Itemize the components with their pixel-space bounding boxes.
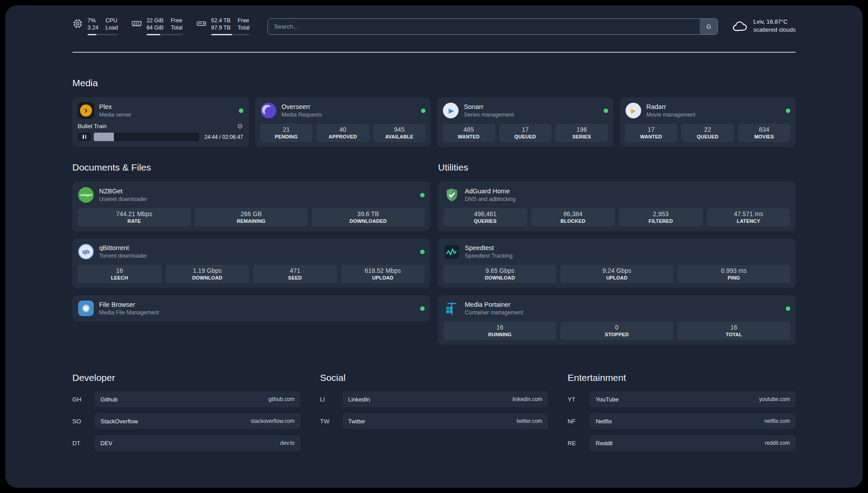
plex-card[interactable]: › Plex Media server Bullet Train ⚙ 24:44… <box>72 97 249 147</box>
qbittorrent-card[interactable]: qb qBittorrent Torrent downloader 16 LEE… <box>72 238 430 288</box>
cloud-icon <box>731 19 748 33</box>
bookmark-link-github[interactable]: Github github.com <box>95 391 300 407</box>
plex-chevron-glyph: › <box>84 104 88 115</box>
bookmark-row-reddit: RE Reddit reddit.com <box>568 435 796 451</box>
overseerr-stat-available: 945 AVAILABLE <box>373 124 426 142</box>
filebrowser-card[interactable]: File Browser Media File Management <box>72 295 430 322</box>
plex-progress-track[interactable] <box>94 133 199 141</box>
sonarr-stat-wanted: 485 WANTED <box>442 124 495 142</box>
bookmark-link-reddit[interactable]: Reddit reddit.com <box>590 435 796 451</box>
speedtest-stat-download: 9.65 Gbps DOWNLOAD <box>443 265 556 283</box>
sonarr-stat-series: 196 SERIES <box>555 124 608 142</box>
bookmark-link-stackoverflow[interactable]: StackOverflow stackoverflow.com <box>95 413 300 429</box>
adguard-stat-filtered: 2,953 FILTERED <box>619 208 703 226</box>
disk-total-label: Total <box>238 24 249 31</box>
nzbget-name: NZBGet <box>99 187 147 196</box>
memory-progress-fill <box>146 34 160 35</box>
nzbget-subtitle: Usenet downloader <box>99 196 147 203</box>
utilities-column: Utilities AdGuard Home <box>438 162 796 345</box>
bookmark-link-twitter[interactable]: Twitter twitter.com <box>342 413 548 429</box>
memory-widget: 22 GiB 64 GiB Free Total <box>131 17 183 35</box>
bookmark-abbr: YT <box>568 396 590 403</box>
portainer-card[interactable]: Media Portainer Container management 16 … <box>438 295 796 345</box>
cpu-load-value: 3.24 <box>88 24 98 31</box>
memory-progress-bar <box>146 34 183 35</box>
bookmark-link-netflix[interactable]: Netflix netflix.com <box>590 413 796 429</box>
qbittorrent-stat-upload: 618.52 Mbps UPLOAD <box>341 265 425 283</box>
section-title-media: Media <box>72 78 796 88</box>
radarr-stat-queued: 22 QUEUED <box>681 124 734 142</box>
weather-widget[interactable]: Lviv, 16.87°C scattered clouds <box>731 18 796 34</box>
bookmark-abbr: GH <box>72 396 95 403</box>
speedtest-card[interactable]: Speedtest Speedtest Tracking 9.65 Gbps D… <box>438 238 796 288</box>
nzbget-stat-remaining: 266 GB REMAINING <box>195 208 308 226</box>
sonarr-card[interactable]: ▶ Sonarr Series management 485 WANTED 17… <box>437 97 613 147</box>
bookmark-link-linkedin[interactable]: LinkedIn linkedin.com <box>342 391 548 407</box>
overseerr-subtitle: Media Requests <box>282 111 322 118</box>
disk-widget: 52.4 TB 97.9 TB Free Total <box>196 17 250 35</box>
plex-pause-button[interactable] <box>78 133 91 141</box>
qbittorrent-name: qBittorrent <box>99 244 147 252</box>
search-provider-button[interactable]: G <box>700 19 718 34</box>
cpu-widget: 7% 3.24 CPU Load <box>72 17 118 35</box>
memory-icon <box>131 18 142 29</box>
top-bar: 7% 3.24 CPU Load <box>72 17 796 38</box>
homepage-dashboard: 7% 3.24 CPU Load <box>5 5 863 488</box>
cpu-progress-fill <box>88 34 96 35</box>
cpu-progress-bar <box>88 34 118 35</box>
radarr-stat-movies: 834 MOVIES <box>738 124 791 142</box>
nzbget-card[interactable]: nzbget NZBGet Usenet downloader 744.21 M… <box>72 182 430 231</box>
radarr-card[interactable]: ▶ Radarr Movie management 17 WANTED 22 Q… <box>620 97 796 147</box>
bookmarks-social: Social LI LinkedIn linkedin.com TW Twitt… <box>320 372 548 451</box>
portainer-subtitle: Container management <box>465 309 523 316</box>
adguard-card[interactable]: AdGuard Home DNS and adblocking 498,461 … <box>438 182 796 231</box>
filebrowser-subtitle: Media File Management <box>99 309 159 316</box>
memory-free-value: 22 GiB <box>146 17 163 24</box>
overseerr-name: Overseerr <box>282 103 322 111</box>
radarr-name: Radarr <box>647 103 696 111</box>
disk-free-value: 52.4 TB <box>211 17 231 24</box>
documents-column: Documents & Files nzbget NZBGet Usenet d… <box>72 162 430 322</box>
section-title-utilities: Utilities <box>438 162 796 173</box>
bookmark-abbr: DT <box>72 440 95 447</box>
portainer-stat-stopped: 0 STOPPED <box>560 322 673 340</box>
overseerr-icon <box>260 102 277 119</box>
bookmark-abbr: SO <box>72 418 95 425</box>
plex-settings-gear-icon[interactable]: ⚙ <box>237 123 243 130</box>
disk-progress-bar <box>211 34 250 35</box>
sonarr-status-dot <box>604 109 608 113</box>
weather-location: Lviv, 16.87°C <box>753 18 796 26</box>
radarr-subtitle: Movie management <box>647 111 696 118</box>
bookmark-link-youtube[interactable]: YouTube youtube.com <box>590 391 796 407</box>
overseerr-card[interactable]: Overseerr Media Requests 21 PENDING 40 A… <box>255 97 431 147</box>
sonarr-name: Sonarr <box>464 103 514 111</box>
overseerr-stat-pending: 21 PENDING <box>260 124 313 142</box>
nzbget-status-dot <box>420 193 425 197</box>
speedtest-stat-upload: 9.24 Gbps UPLOAD <box>560 265 673 283</box>
plex-icon: › <box>78 102 94 119</box>
filebrowser-status-dot <box>420 306 425 311</box>
bookmark-abbr: TW <box>320 418 342 425</box>
filebrowser-name: File Browser <box>99 301 159 309</box>
bookmark-abbr: RE <box>568 440 590 447</box>
plex-status-dot <box>239 109 243 113</box>
speedtest-pulse-icon <box>443 243 460 260</box>
bookmark-row-netflix: NF Netflix netflix.com <box>568 413 796 429</box>
section-title-documents: Documents & Files <box>72 162 430 173</box>
portainer-stat-running: 16 RUNNING <box>443 322 556 340</box>
bookmark-row-github: GH Github github.com <box>72 391 300 407</box>
memory-total-label: Total <box>171 24 182 31</box>
cpu-label-top: CPU <box>105 17 118 24</box>
bookmark-link-dev[interactable]: DEV dev.to <box>95 435 300 451</box>
radarr-stat-wanted: 17 WANTED <box>625 124 678 142</box>
sonarr-icon: ▶ <box>442 102 459 119</box>
plex-playback-time: 24:44 / 02:06:47 <box>204 134 243 140</box>
search-input[interactable] <box>267 18 718 35</box>
portainer-status-dot <box>786 306 790 311</box>
plex-subtitle: Media server <box>99 111 131 118</box>
filebrowser-icon <box>78 300 94 317</box>
adguard-name: AdGuard Home <box>465 187 516 196</box>
portainer-stat-total: 16 TOTAL <box>677 322 790 340</box>
disk-icon <box>196 18 207 29</box>
disk-free-label: Free <box>238 17 249 24</box>
